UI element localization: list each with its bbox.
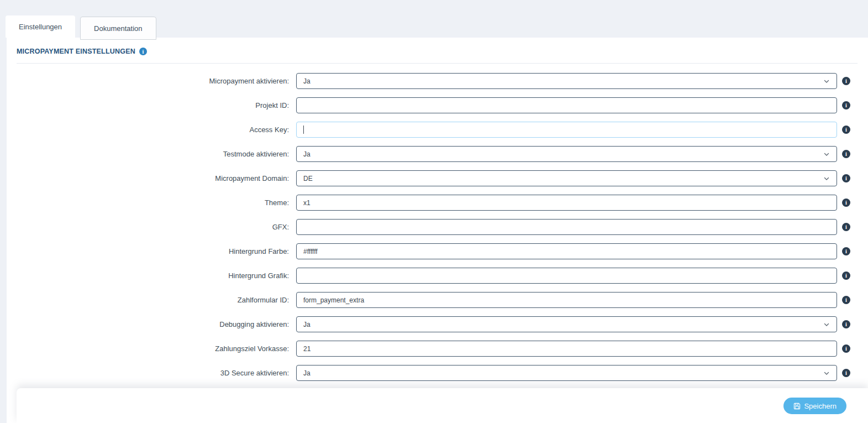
info-icon[interactable]: i (842, 223, 850, 231)
info-icon[interactable]: i (842, 126, 850, 134)
form-row: Testmode aktivieren: Ja i (0, 146, 868, 162)
info-icon[interactable]: i (842, 101, 850, 109)
form-row: Zahlformular ID: form_payment_extra i (0, 292, 868, 308)
chevron-down-icon (823, 175, 830, 182)
tab-einstellungen[interactable]: Einstellungen (6, 15, 75, 38)
field-label: Projekt ID: (0, 101, 296, 109)
field-label: Zahlformular ID: (0, 296, 296, 304)
field-input[interactable] (296, 268, 837, 284)
field-label: 3D Secure aktivieren: (0, 369, 296, 377)
field-input[interactable]: form_payment_extra (296, 292, 837, 308)
section-divider (17, 63, 858, 64)
field-select[interactable]: Ja (296, 316, 837, 332)
field-label: Debugging aktivieren: (0, 320, 296, 328)
info-icon[interactable]: i (842, 296, 850, 304)
field-input[interactable]: 21 (296, 341, 837, 357)
form-row: Zahlungsziel Vorkasse: 21 i (0, 341, 868, 357)
tab-label: Einstellungen (19, 23, 62, 31)
info-icon[interactable]: i (842, 247, 850, 255)
form-row: Micropayment aktivieren: Ja i (0, 73, 868, 89)
field-label: Hintergrund Grafik: (0, 271, 296, 280)
field-value: Ja (303, 369, 311, 377)
field-value: 21 (303, 345, 311, 353)
info-icon[interactable]: i (842, 199, 850, 207)
tab-label: Dokumentation (94, 24, 142, 33)
field-value: Ja (303, 321, 311, 328)
field-select[interactable]: Ja (296, 365, 837, 381)
field-value: Ja (303, 150, 311, 158)
field-value: DE (303, 175, 313, 182)
field-label: Micropayment aktivieren: (0, 77, 296, 85)
form-row: Hintergrund Grafik: i (0, 268, 868, 284)
info-icon[interactable]: i (842, 344, 850, 353)
info-icon[interactable]: i (842, 320, 850, 328)
field-value: #ffffff (303, 248, 318, 255)
info-icon[interactable]: i (139, 48, 147, 55)
field-label: Hintergrund Farbe: (0, 247, 296, 255)
footer-bar: Speichern (17, 388, 868, 423)
field-value: form_payment_extra (303, 296, 364, 304)
field-select[interactable]: Ja (296, 146, 837, 162)
section-header: MICROPAYMENT EINSTELLUNGEN i (17, 48, 147, 55)
section-title: MICROPAYMENT EINSTELLUNGEN (17, 48, 135, 55)
field-input[interactable]: #ffffff (296, 243, 837, 259)
save-icon (793, 403, 801, 410)
field-value: x1 (303, 199, 311, 207)
field-select[interactable]: Ja (296, 73, 837, 89)
info-icon[interactable]: i (842, 150, 850, 158)
form-row: Micropayment Domain: DE i (0, 170, 868, 186)
info-icon[interactable]: i (842, 271, 850, 280)
save-button-label: Speichern (804, 402, 837, 410)
form-row: GFX: i (0, 219, 868, 235)
form-row: Hintergrund Farbe: #ffffff i (0, 243, 868, 259)
field-select[interactable]: DE (296, 170, 837, 186)
field-label: Theme: (0, 199, 296, 207)
form-row: Access Key: i (0, 122, 868, 138)
form-row: Theme: x1 i (0, 195, 868, 211)
chevron-down-icon (823, 370, 830, 377)
field-input[interactable] (296, 219, 837, 235)
form-row: Debugging aktivieren: Ja i (0, 316, 868, 332)
info-icon[interactable]: i (842, 77, 850, 85)
chevron-down-icon (823, 321, 830, 328)
field-label: GFX: (0, 223, 296, 231)
field-label: Testmode aktivieren: (0, 150, 296, 158)
info-icon[interactable]: i (842, 174, 850, 182)
field-input[interactable]: x1 (296, 195, 837, 211)
save-button[interactable]: Speichern (783, 398, 846, 414)
form-row: Projekt ID: i (0, 97, 868, 113)
info-icon[interactable]: i (842, 369, 850, 377)
text-cursor (303, 126, 304, 134)
settings-page: Einstellungen Dokumentation MICROPAYMENT… (0, 0, 868, 423)
field-label: Zahlungsziel Vorkasse: (0, 344, 296, 353)
field-input[interactable] (296, 97, 837, 113)
tab-dokumentation[interactable]: Dokumentation (80, 17, 156, 40)
field-label: Micropayment Domain: (0, 174, 296, 182)
field-label: Access Key: (0, 126, 296, 134)
field-value: Ja (303, 77, 311, 85)
form-row: 3D Secure aktivieren: Ja i (0, 365, 868, 381)
chevron-down-icon (823, 78, 830, 85)
settings-form: Micropayment aktivieren: Ja i Projekt ID… (0, 65, 868, 381)
chevron-down-icon (823, 151, 830, 158)
field-input[interactable] (296, 122, 837, 138)
tab-bar: Einstellungen Dokumentation (6, 15, 156, 38)
